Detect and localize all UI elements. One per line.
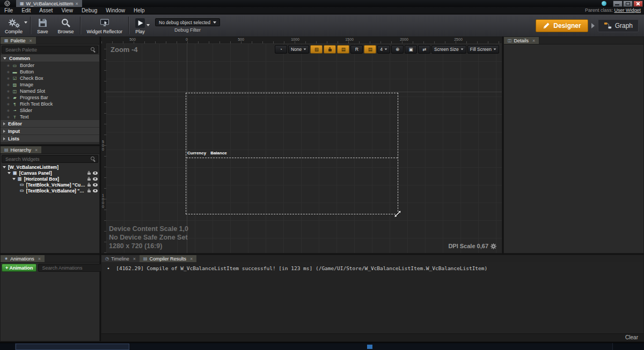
chevron-down-icon[interactable] — [3, 166, 6, 168]
widget-selection-outline[interactable]: Currency Balance — [186, 93, 398, 214]
flip-icon: ⇄ — [422, 47, 426, 52]
visibility-eye-icon[interactable] — [93, 189, 98, 192]
log-entry[interactable]: • [4162.29] Compile of W_VcBalanceListIt… — [107, 265, 487, 271]
widget-preview-text[interactable]: Currency Balance — [187, 151, 227, 155]
palette-item-rich-text-block[interactable]: ∗¶Rich Text Block — [1, 101, 99, 107]
palette-item-image[interactable]: ∗▨Image — [1, 81, 99, 88]
close-icon[interactable]: × — [35, 147, 38, 153]
maximize-button[interactable] — [623, 1, 633, 7]
close-icon[interactable]: × — [30, 38, 32, 43]
visibility-eye-icon[interactable] — [93, 172, 98, 175]
close-icon[interactable]: × — [133, 256, 136, 262]
close-icon[interactable]: × — [190, 256, 193, 262]
text-block-icon: ▭ — [20, 188, 24, 193]
tab-animations[interactable]: ★ Animations × — [1, 255, 45, 262]
palette-item-button[interactable]: ∗▬Button — [1, 69, 99, 75]
designer-viewport[interactable]: 500 0 500 1000 1500 2000 2500 5 0 0 1 0 … — [101, 36, 502, 254]
visibility-eye-icon[interactable] — [93, 177, 98, 181]
dashed-outline-toggle[interactable]: ▤ — [364, 45, 376, 54]
respect-locks-button[interactable]: R — [350, 45, 363, 54]
canvas-toolbar: ◔ None ▧ ▤ R ▤ 4 ⊕ ▣ ⇄ Screen Size Fill … — [275, 45, 499, 54]
taskbar-app-indicator[interactable] — [367, 345, 372, 349]
compile-button[interactable]: Compile — [0, 17, 27, 35]
hierarchy-row-root[interactable]: [W_VcBalanceListItem] — [1, 164, 99, 170]
chevron-down-icon — [460, 48, 463, 50]
chevron-down-icon[interactable] — [147, 24, 150, 26]
hierarchy-row-textblock-vcname[interactable]: ▭ [TextBlock_VcName] "Currency — [1, 182, 99, 188]
preview-background-button[interactable]: ▣ — [405, 45, 417, 54]
balance-text-widget[interactable]: Balance — [210, 151, 227, 155]
graph-mode-button[interactable]: Graph — [598, 19, 639, 32]
taskbar-tray[interactable] — [612, 343, 644, 350]
tab-hierarchy[interactable]: ▤ Hierarchy × — [1, 146, 41, 153]
chevron-down-icon[interactable] — [12, 178, 16, 180]
palette-item-named-slot[interactable]: ∗◫Named Slot — [1, 88, 99, 94]
debug-object-dropdown[interactable]: No debug object selected — [155, 18, 220, 26]
screen-size-dropdown[interactable]: Screen Size — [431, 45, 466, 54]
hierarchy-row-textblock-vcbalance[interactable]: ▭ [TextBlock_VcBalance] "Balance — [1, 188, 99, 193]
close-window-button[interactable] — [633, 1, 643, 7]
currency-text-widget[interactable]: Currency — [187, 151, 206, 155]
tab-timeline[interactable]: ◷ Timeline × — [101, 255, 140, 262]
chevron-down-icon[interactable] — [8, 172, 11, 174]
menu-debug[interactable]: Debug — [77, 7, 101, 14]
palette-search-input[interactable] — [4, 47, 91, 53]
lock-icon[interactable] — [87, 178, 91, 181]
localization-preview-button[interactable]: ◔ — [275, 45, 287, 54]
hierarchy-row-horizontal-box[interactable]: ▥ [Horizontal Box] — [1, 176, 99, 182]
menu-view[interactable]: View — [57, 7, 77, 14]
add-animation-button[interactable]: + Animation — [2, 264, 36, 272]
close-icon[interactable]: × — [38, 256, 41, 262]
palette-item-border[interactable]: ∗▭Border — [1, 62, 99, 69]
widget-reflector-button[interactable]: Widget Reflector — [82, 14, 128, 36]
fill-screen-dropdown[interactable]: Fill Screen — [467, 45, 499, 54]
menu-asset[interactable]: Asset — [35, 7, 57, 14]
minimize-button[interactable] — [613, 1, 623, 7]
palette-category-input[interactable]: Input — [1, 128, 99, 135]
mirror-button[interactable]: ⇄ — [418, 45, 430, 54]
ruler-label: 1500 — [345, 38, 354, 41]
animations-search-input[interactable] — [41, 265, 106, 271]
parent-class-link[interactable]: User Widget — [614, 8, 641, 13]
flow-direction-dropdown[interactable]: None — [288, 45, 309, 54]
close-icon[interactable]: × — [532, 38, 535, 43]
fill-rule-toggle[interactable]: ▧ — [310, 45, 323, 54]
clear-button[interactable]: Clear — [625, 334, 638, 340]
palette-item-checkbox[interactable]: ∗☑Check Box — [1, 75, 99, 81]
menu-help[interactable]: Help — [129, 7, 149, 14]
help-icon[interactable] — [602, 1, 606, 6]
tab-details[interactable]: ◫ Details × — [504, 37, 539, 44]
grid-snap-dropdown[interactable]: 4 — [377, 45, 390, 54]
browse-button[interactable]: Browse — [53, 14, 79, 36]
close-icon[interactable]: × — [76, 1, 78, 6]
taskbar-start-button[interactable] — [0, 343, 16, 350]
transform-mode-button[interactable]: ⊕ — [391, 45, 404, 54]
hierarchy-row-canvas-panel[interactable]: ▦ [Canvas Panel] — [1, 170, 99, 176]
designer-mode-button[interactable]: Designer — [536, 19, 588, 32]
tab-compiler-results[interactable]: ▤ Compiler Results × — [140, 255, 196, 262]
visibility-eye-icon[interactable] — [93, 183, 98, 187]
tab-palette[interactable]: ▦ Palette × — [1, 37, 36, 44]
outline-toggle[interactable]: ▤ — [337, 45, 349, 54]
menu-window[interactable]: Window — [101, 7, 129, 14]
palette-item-slider[interactable]: ∗╼Slider — [1, 107, 99, 114]
palette-item-text[interactable]: ∗TText — [1, 114, 99, 120]
palette-category-lists[interactable]: Lists — [1, 135, 99, 143]
asset-tab[interactable]: ▦ W_VcBalanceListItem × — [16, 0, 82, 7]
taskbar-window-button[interactable] — [16, 344, 129, 350]
lock-icon[interactable] — [87, 173, 91, 175]
menu-file[interactable]: File — [0, 7, 17, 14]
design-canvas[interactable]: Currency Balance — [106, 43, 502, 253]
resize-cursor-icon[interactable] — [394, 210, 401, 218]
chevron-down-icon[interactable] — [24, 21, 27, 24]
save-button[interactable]: Save — [32, 14, 53, 36]
lock-icon[interactable] — [87, 190, 91, 193]
palette-category-common[interactable]: Common — [1, 55, 99, 62]
lock-icon[interactable] — [87, 184, 91, 187]
menu-edit[interactable]: Edit — [17, 7, 35, 14]
lock-toggle[interactable] — [324, 45, 336, 54]
hierarchy-search-input[interactable] — [4, 156, 91, 162]
gear-icon[interactable] — [491, 243, 496, 249]
palette-item-progress-bar[interactable]: ∗▰Progress Bar — [1, 94, 99, 101]
palette-category-editor[interactable]: Editor — [1, 120, 99, 128]
